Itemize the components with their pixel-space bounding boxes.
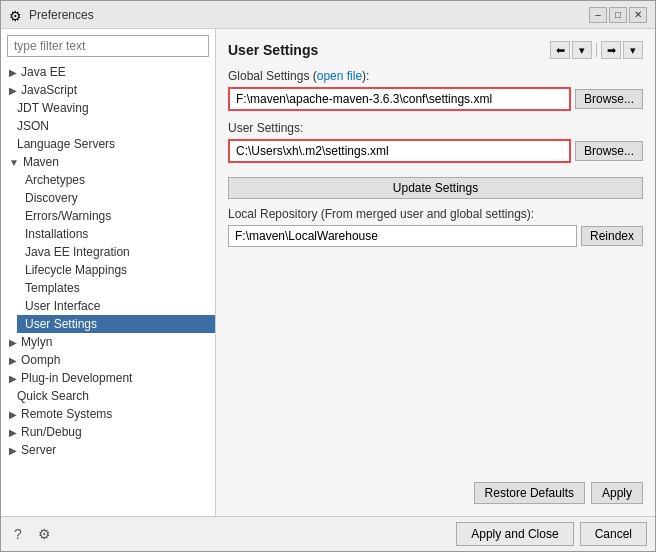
page-title: User Settings	[228, 42, 318, 58]
sidebar-label-oomph: Oomph	[21, 353, 60, 367]
chevron-right-icon: ▶	[9, 409, 17, 420]
window-icon: ⚙	[9, 8, 23, 22]
sidebar-label-mylyn: Mylyn	[21, 335, 52, 349]
sidebar-item-mylyn[interactable]: ▶ Mylyn	[1, 333, 215, 351]
sidebar-item-plugin-development[interactable]: ▶ Plug-in Development	[1, 369, 215, 387]
maximize-button[interactable]: □	[609, 7, 627, 23]
chevron-right-icon: ▶	[9, 85, 17, 96]
user-settings-label: User Settings:	[228, 121, 643, 135]
user-settings-row: Browse...	[228, 139, 643, 163]
sidebar-item-archetypes[interactable]: Archetypes	[17, 171, 215, 189]
user-settings-browse-button[interactable]: Browse...	[575, 141, 643, 161]
nav-back-button[interactable]: ⬅	[550, 41, 570, 59]
sidebar-label-maven: Maven	[23, 155, 59, 169]
sidebar-item-maven[interactable]: ▼ Maven	[1, 153, 215, 171]
sidebar-label-run-debug: Run/Debug	[21, 425, 82, 439]
sidebar-group-maven: ▼ Maven Archetypes Discovery Errors/Warn…	[1, 153, 215, 333]
sidebar-item-java-ee[interactable]: ▶ Java EE	[1, 63, 215, 81]
bottom-footer: ? ⚙ Apply and Close Cancel	[1, 516, 655, 551]
reindex-button[interactable]: Reindex	[581, 226, 643, 246]
local-repo-group: Local Repository (From merged user and g…	[228, 207, 643, 247]
nav-separator	[596, 43, 597, 57]
global-settings-browse-button[interactable]: Browse...	[575, 89, 643, 109]
nav-dropdown-button[interactable]: ▾	[572, 41, 592, 59]
chevron-right-icon: ▶	[9, 427, 17, 438]
global-settings-group: Global Settings (open file): Browse...	[228, 69, 643, 111]
user-settings-group: User Settings: Browse...	[228, 121, 643, 163]
chevron-right-icon: ▶	[9, 337, 17, 348]
global-settings-label: Global Settings (open file):	[228, 69, 643, 83]
open-file-link[interactable]: open file	[317, 69, 362, 83]
sidebar-label-java-ee: Java EE	[21, 65, 66, 79]
sidebar-item-server[interactable]: ▶ Server	[1, 441, 215, 459]
sidebar-item-language-servers[interactable]: Language Servers	[1, 135, 215, 153]
window-title: Preferences	[29, 8, 94, 22]
settings-icon[interactable]: ⚙	[35, 525, 53, 543]
action-bar: Restore Defaults Apply	[228, 476, 643, 504]
nav-forward-button[interactable]: ➡	[601, 41, 621, 59]
filter-input[interactable]	[7, 35, 209, 57]
sidebar-item-errors-warnings[interactable]: Errors/Warnings	[17, 207, 215, 225]
global-settings-input[interactable]	[228, 87, 571, 111]
nav-icons: ⬅ ▾ ➡ ▾	[550, 41, 643, 59]
close-button[interactable]: ✕	[629, 7, 647, 23]
sidebar-item-remote-systems[interactable]: ▶ Remote Systems	[1, 405, 215, 423]
sidebar-label-quick-search: Quick Search	[17, 389, 89, 403]
sidebar-item-json[interactable]: JSON	[1, 117, 215, 135]
chevron-right-icon: ▶	[9, 373, 17, 384]
chevron-right-icon: ▶	[9, 355, 17, 366]
title-bar-controls: – □ ✕	[589, 7, 647, 23]
sidebar-label-server: Server	[21, 443, 56, 457]
sidebar-label-plugin-development: Plug-in Development	[21, 371, 132, 385]
chevron-down-icon: ▼	[9, 157, 19, 168]
footer-buttons: Apply and Close Cancel	[456, 522, 647, 546]
main-panel: User Settings ⬅ ▾ ➡ ▾ Global Settings (o…	[216, 29, 655, 516]
sidebar-item-user-settings[interactable]: User Settings	[17, 315, 215, 333]
nav-dropdown2-button[interactable]: ▾	[623, 41, 643, 59]
sidebar-item-installations[interactable]: Installations	[17, 225, 215, 243]
local-repo-row: Reindex	[228, 225, 643, 247]
sidebar-item-oomph[interactable]: ▶ Oomph	[1, 351, 215, 369]
minimize-button[interactable]: –	[589, 7, 607, 23]
sidebar-label-json: JSON	[17, 119, 49, 133]
sidebar-item-user-interface[interactable]: User Interface	[17, 297, 215, 315]
spacer	[228, 257, 643, 476]
main-header: User Settings ⬅ ▾ ➡ ▾	[228, 41, 643, 59]
sidebar-item-discovery[interactable]: Discovery	[17, 189, 215, 207]
global-settings-row: Browse...	[228, 87, 643, 111]
preferences-window: ⚙ Preferences – □ ✕ ▶ Java EE ▶ JavaScri…	[0, 0, 656, 552]
footer-icons: ? ⚙	[9, 525, 53, 543]
apply-button[interactable]: Apply	[591, 482, 643, 504]
update-settings-button[interactable]: Update Settings	[228, 177, 643, 199]
sidebar-item-jdt-weaving[interactable]: JDT Weaving	[1, 99, 215, 117]
sidebar-label-remote-systems: Remote Systems	[21, 407, 112, 421]
restore-defaults-button[interactable]: Restore Defaults	[474, 482, 585, 504]
sidebar-item-javascript[interactable]: ▶ JavaScript	[1, 81, 215, 99]
sidebar-item-templates[interactable]: Templates	[17, 279, 215, 297]
cancel-button[interactable]: Cancel	[580, 522, 647, 546]
help-icon[interactable]: ?	[9, 525, 27, 543]
title-bar-left: ⚙ Preferences	[9, 8, 94, 22]
sidebar-label-jdt-weaving: JDT Weaving	[17, 101, 89, 115]
sidebar-tree: ▶ Java EE ▶ JavaScript JDT Weaving JSON	[1, 63, 215, 516]
apply-close-button[interactable]: Apply and Close	[456, 522, 573, 546]
local-repo-label: Local Repository (From merged user and g…	[228, 207, 643, 221]
sidebar-item-run-debug[interactable]: ▶ Run/Debug	[1, 423, 215, 441]
maven-children: Archetypes Discovery Errors/Warnings Ins…	[1, 171, 215, 333]
user-settings-input[interactable]	[228, 139, 571, 163]
chevron-right-icon: ▶	[9, 67, 17, 78]
sidebar-label-javascript: JavaScript	[21, 83, 77, 97]
chevron-right-icon: ▶	[9, 445, 17, 456]
sidebar-item-quick-search[interactable]: Quick Search	[1, 387, 215, 405]
title-bar: ⚙ Preferences – □ ✕	[1, 1, 655, 29]
local-repo-input[interactable]	[228, 225, 577, 247]
sidebar-item-lifecycle-mappings[interactable]: Lifecycle Mappings	[17, 261, 215, 279]
sidebar-item-java-ee-integration[interactable]: Java EE Integration	[17, 243, 215, 261]
sidebar: ▶ Java EE ▶ JavaScript JDT Weaving JSON	[1, 29, 216, 516]
main-content: ▶ Java EE ▶ JavaScript JDT Weaving JSON	[1, 29, 655, 516]
sidebar-label-language-servers: Language Servers	[17, 137, 115, 151]
